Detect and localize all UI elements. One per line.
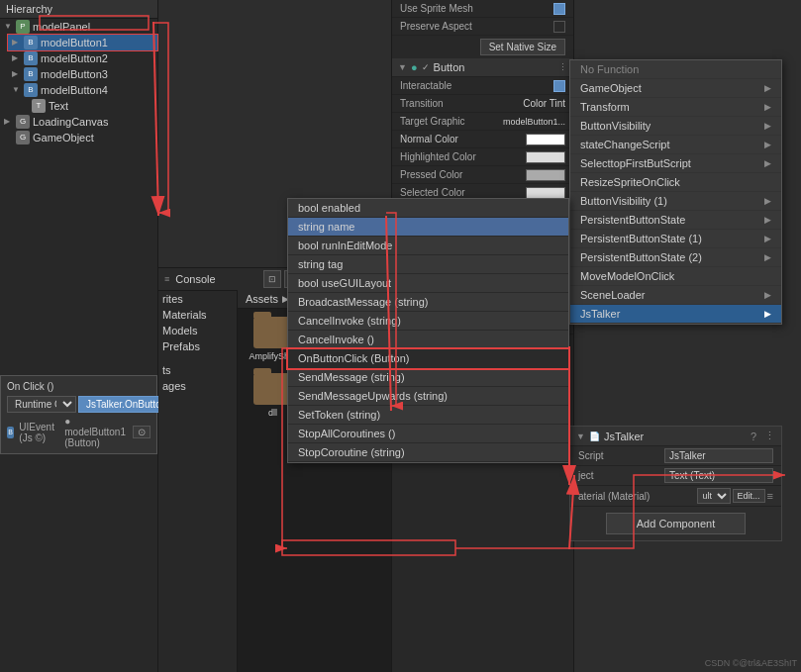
comp-material-select[interactable]: ult — [697, 488, 731, 504]
chevron-icon: ▶ — [764, 158, 771, 168]
sub-item-bool-enabled[interactable]: bool enabled — [288, 199, 568, 218]
sidebar-item-prefabs[interactable]: Prefabs — [158, 338, 237, 354]
hierarchy-header: Hierarchy — [0, 0, 157, 19]
function-item-transform[interactable]: Transform ▶ — [570, 98, 781, 117]
sub-item-string-tag[interactable]: string tag — [288, 255, 568, 274]
sub-item-label: SendMessageUpwards (string) — [298, 390, 448, 402]
preserve-aspect-checkbox[interactable] — [553, 21, 565, 33]
function-item-no-function[interactable]: No Function — [570, 60, 781, 79]
comp-script-input[interactable] — [664, 448, 773, 463]
function-item-movemodel[interactable]: MoveModelOnClick — [570, 267, 781, 286]
target-graphic-label: Target Graphic — [400, 116, 465, 127]
sub-item-string-name[interactable]: string name — [288, 218, 568, 237]
sub-item-label: bool runInEditMode — [298, 240, 392, 251]
normal-color-label: Normal Color — [400, 134, 458, 144]
normal-color-swatch[interactable] — [526, 134, 565, 145]
set-native-size-btn[interactable]: Set Native Size — [480, 39, 565, 55]
sub-item-runineditmode[interactable]: bool runInEditMode — [288, 237, 568, 255]
sub-item-useGUILayout[interactable]: bool useGUILayout — [288, 274, 568, 293]
add-component-btn[interactable]: Add Component — [606, 513, 747, 534]
hierarchy-item-modelpanel[interactable]: ▼ P modelPanel — [0, 19, 157, 35]
preserve-aspect-label: Preserve Aspect — [400, 21, 472, 32]
comp-expand-icon[interactable]: ▼ — [576, 432, 585, 441]
comp-menu-btn[interactable]: ≡ — [767, 490, 773, 502]
hierarchy-item-text[interactable]: ▶ T Text — [16, 98, 157, 114]
hierarchy-item-modelbutton2[interactable]: ▶ B modelButton2 — [8, 50, 157, 66]
function-item-statechangescript[interactable]: stateChangeScript ▶ — [570, 136, 781, 154]
function-item-sceneloader[interactable]: SceneLoader ▶ — [570, 286, 781, 305]
sub-item-onbuttonclick[interactable]: OnButtonClick (Button) — [288, 349, 568, 368]
expand-triangle: ▼ — [4, 22, 14, 32]
function-item-gameobject[interactable]: GameObject ▶ — [570, 79, 781, 98]
sidebar-item-rites[interactable]: rites — [158, 291, 237, 307]
panel-icon: P — [16, 20, 30, 34]
sub-item-label: string name — [298, 221, 354, 233]
function-label: GameObject — [580, 82, 642, 94]
folder-label-dll: dll — [268, 408, 277, 418]
function-item-buttonvisibility[interactable]: ButtonVisibility ▶ — [570, 117, 781, 136]
hierarchy-item-modelbutton1[interactable]: ▶ B modelButton1 — [8, 35, 157, 50]
sidebar-item-models[interactable]: Models — [158, 323, 237, 338]
runtime-select[interactable]: Runtime Only — [7, 396, 76, 413]
uievent-label: UIEvent (Js ©) — [19, 422, 58, 443]
sidebar-item-materials[interactable]: Materials — [158, 307, 237, 323]
function-item-persistentbutton[interactable]: PersistentButtonState ▶ — [570, 211, 781, 230]
runtime-row: Runtime Only JsTalker.OnButtonClick — [7, 396, 150, 413]
sub-item-cancelinvoke-string[interactable]: CancelInvoke (string) — [288, 312, 568, 331]
no-function-label: No Function — [580, 63, 639, 75]
hierarchy-item-label: LoadingCanvas — [33, 116, 108, 128]
sub-item-label: bool useGUILayout — [298, 277, 391, 289]
comp-edit-btn[interactable]: Edit... — [733, 489, 765, 503]
function-item-selecttop[interactable]: SelecttopFirstButScript ▶ — [570, 154, 781, 173]
hierarchy-item-gameobject[interactable]: ▶ G GameObject — [0, 130, 157, 145]
uievent-row: B UIEvent (Js ©) ● modelButton1 (Button)… — [7, 416, 150, 448]
comp-help-icon[interactable]: ? — [751, 431, 756, 442]
sidebar-panel: rites Materials Models Prefabs ts ages — [158, 290, 238, 672]
function-item-jstalker[interactable]: JsTalker ▶ — [570, 305, 781, 324]
function-label: JsTalker — [580, 308, 620, 320]
selected-color-swatch[interactable] — [526, 187, 565, 199]
hierarchy-panel: Hierarchy ▼ P modelPanel ▶ B modelButton… — [0, 0, 158, 672]
comp-script-icon: 📄 — [589, 432, 600, 441]
highlighted-color-swatch[interactable] — [526, 151, 565, 163]
comp-object-label: ject — [578, 470, 594, 481]
button-check[interactable]: ✓ — [422, 62, 430, 72]
button-section-menu[interactable]: ⋮ — [558, 62, 567, 72]
console-tool-1[interactable]: ⊡ — [263, 270, 281, 288]
pressed-color-swatch[interactable] — [526, 169, 565, 181]
sub-item-cancelinvoke[interactable]: CancelInvoke () — [288, 331, 568, 349]
sub-item-broadcastmessage[interactable]: BroadcastMessage (string) — [288, 293, 568, 312]
sub-item-sendmessageupwards[interactable]: SendMessageUpwards (string) — [288, 387, 568, 406]
function-item-persistentbutton2[interactable]: PersistentButtonState (2) ▶ — [570, 248, 781, 267]
normal-color-row: Normal Color — [392, 131, 573, 148]
sidebar-item-ts[interactable]: ts — [158, 362, 237, 378]
interactable-label: Interactable — [400, 80, 451, 91]
sub-item-settoken[interactable]: SetToken (string) — [288, 406, 568, 425]
sub-item-stopcoroutine[interactable]: StopCoroutine (string) — [288, 443, 568, 462]
comp-object-input[interactable] — [664, 468, 773, 483]
console-label: Console — [175, 273, 215, 285]
chevron-icon: ▶ — [764, 215, 771, 225]
transition-label: Transition — [400, 98, 444, 109]
button-toggle-circle[interactable]: ● — [411, 61, 418, 73]
hierarchy-item-loadingcanvas[interactable]: ▶ G LoadingCanvas — [0, 114, 157, 130]
interactable-checkbox[interactable] — [553, 80, 565, 92]
jstalker-comp-header: ▼ 📄 JsTalker ? ⋮ — [570, 427, 781, 446]
hierarchy-item-modelbutton4[interactable]: ▼ B modelButton4 — [8, 82, 157, 98]
uievent-select-btn[interactable]: ⊙ — [133, 426, 150, 438]
comp-menu-icon[interactable]: ⋮ — [764, 430, 775, 442]
sidebar-item-ages[interactable]: ages — [158, 378, 237, 394]
hierarchy-item-label: modelButton4 — [41, 84, 108, 96]
sub-item-sendmessage[interactable]: SendMessage (string) — [288, 368, 568, 387]
function-item-resizesprite[interactable]: ResizeSpriteOnClick — [570, 173, 781, 192]
pressed-color-label: Pressed Color — [400, 169, 462, 180]
use-sprite-mesh-checkbox[interactable] — [553, 3, 565, 15]
function-item-buttonvisibility1[interactable]: ButtonVisibility (1) ▶ — [570, 192, 781, 211]
sub-item-stopallcoroutines[interactable]: StopAllCoroutines () — [288, 425, 568, 443]
hierarchy-item-modelbutton3[interactable]: ▶ B modelButton3 — [8, 66, 157, 82]
section-toggle[interactable]: ▼ — [398, 62, 407, 72]
chevron-icon: ▶ — [764, 234, 771, 243]
chevron-icon: ▶ — [764, 83, 771, 93]
go-icon: G — [16, 131, 30, 144]
function-item-persistentbutton1[interactable]: PersistentButtonState (1) ▶ — [570, 230, 781, 248]
